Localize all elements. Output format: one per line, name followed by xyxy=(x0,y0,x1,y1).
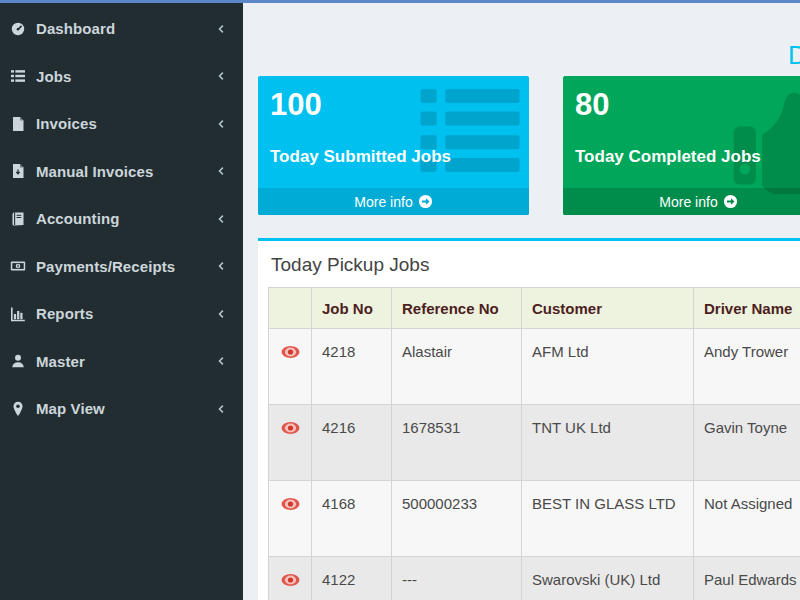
sidebar-item-map-view[interactable]: Map View xyxy=(0,385,243,433)
view-job-button[interactable] xyxy=(269,405,312,481)
chevron-left-icon xyxy=(215,70,227,82)
sidebar-item-label: Master xyxy=(36,353,215,370)
sidebar-item-label: Map View xyxy=(36,400,215,417)
cell-job-no: 4168 xyxy=(312,481,392,557)
table-header-row: Job No Reference No Customer Driver Name xyxy=(269,288,800,329)
chevron-left-icon xyxy=(215,260,227,272)
table-row: 4168 500000233 BEST IN GLASS LTD Not Ass… xyxy=(269,481,800,557)
app-window: Dashboard Jobs Invoices Manual Invoices xyxy=(0,0,800,600)
table-row: 4122 --- Swarovski (UK) Ltd Paul Edwards xyxy=(269,557,800,600)
sidebar-item-accounting[interactable]: Accounting xyxy=(0,195,243,243)
file-pdf-icon xyxy=(10,163,26,179)
sidebar-item-invoices[interactable]: Invoices xyxy=(0,100,243,148)
page-header-clipped-text: D xyxy=(788,40,800,71)
sidebar-item-label: Jobs xyxy=(36,68,215,85)
cell-reference-no: 500000233 xyxy=(392,481,522,557)
sidebar-item-master[interactable]: Master xyxy=(0,338,243,386)
book-icon xyxy=(10,211,26,227)
info-box-submitted-jobs: 100 Today Submitted Jobs More info xyxy=(258,76,529,215)
map-marker-icon xyxy=(10,401,26,417)
table-row: 4218 Alastair AFM Ltd Andy Trower xyxy=(269,329,800,405)
submitted-jobs-label: Today Submitted Jobs xyxy=(270,147,519,167)
bar-chart-icon xyxy=(10,306,26,322)
cell-job-no: 4218 xyxy=(312,329,392,405)
chevron-left-icon xyxy=(215,355,227,367)
column-header-customer: Customer xyxy=(522,288,694,329)
column-header-driver-name: Driver Name xyxy=(694,288,800,329)
cell-job-no: 4122 xyxy=(312,557,392,600)
cell-customer: BEST IN GLASS LTD xyxy=(522,481,694,557)
info-box-completed-jobs: 80 Today Completed Jobs More info xyxy=(563,76,800,215)
file-icon xyxy=(10,116,26,132)
sidebar-item-dashboard[interactable]: Dashboard xyxy=(0,5,243,53)
cell-driver-name: Not Assigned xyxy=(694,481,800,557)
view-job-button[interactable] xyxy=(269,481,312,557)
gauge-icon xyxy=(10,21,26,37)
chevron-left-icon xyxy=(215,23,227,35)
cell-reference-no: Alastair xyxy=(392,329,522,405)
sidebar-item-reports[interactable]: Reports xyxy=(0,290,243,338)
arrow-circle-right-icon xyxy=(723,194,738,209)
arrow-circle-right-icon xyxy=(418,194,433,209)
cell-driver-name: Andy Trower xyxy=(694,329,800,405)
sidebar-item-label: Manual Invoices xyxy=(36,163,215,180)
column-header-reference-no: Reference No xyxy=(392,288,522,329)
sidebar-item-manual-invoices[interactable]: Manual Invoices xyxy=(0,148,243,196)
cell-job-no: 4216 xyxy=(312,405,392,481)
sidebar-item-label: Payments/Receipts xyxy=(36,258,215,275)
pickup-jobs-table: Job No Reference No Customer Driver Name… xyxy=(268,287,800,600)
user-icon xyxy=(10,353,26,369)
view-job-button[interactable] xyxy=(269,329,312,405)
table-row: 4216 1678531 TNT UK Ltd Gavin Toyne xyxy=(269,405,800,481)
eye-icon xyxy=(280,421,301,435)
chevron-left-icon xyxy=(215,118,227,130)
cell-driver-name: Paul Edwards xyxy=(694,557,800,600)
chevron-left-icon xyxy=(215,308,227,320)
chevron-left-icon xyxy=(215,403,227,415)
sidebar-item-label: Reports xyxy=(36,305,215,322)
sidebar-item-payments-receipts[interactable]: Payments/Receipts xyxy=(0,243,243,291)
panel-title: Today Pickup Jobs xyxy=(258,241,800,287)
cell-reference-no: 1678531 xyxy=(392,405,522,481)
view-job-button[interactable] xyxy=(269,557,312,600)
submitted-jobs-count: 100 xyxy=(270,87,519,123)
cell-customer: Swarovski (UK) Ltd xyxy=(522,557,694,600)
cell-driver-name: Gavin Toyne xyxy=(694,405,800,481)
sidebar-item-label: Invoices xyxy=(36,115,215,132)
cell-reference-no: --- xyxy=(392,557,522,600)
cell-customer: AFM Ltd xyxy=(522,329,694,405)
chevron-left-icon xyxy=(215,213,227,225)
eye-icon xyxy=(280,497,301,511)
eye-icon xyxy=(280,345,301,359)
sidebar-item-label: Accounting xyxy=(36,210,215,227)
sidebar-item-jobs[interactable]: Jobs xyxy=(0,53,243,101)
chevron-left-icon xyxy=(215,165,227,177)
more-info-link[interactable]: More info xyxy=(258,188,529,215)
sidebar: Dashboard Jobs Invoices Manual Invoices xyxy=(0,3,243,600)
money-icon xyxy=(10,258,26,274)
eye-icon xyxy=(280,573,301,587)
column-header-view xyxy=(269,288,312,329)
list-icon xyxy=(10,68,26,84)
today-pickup-jobs-panel: Today Pickup Jobs Job No Reference No Cu… xyxy=(258,238,800,600)
column-header-job-no: Job No xyxy=(312,288,392,329)
cell-customer: TNT UK Ltd xyxy=(522,405,694,481)
completed-jobs-label: Today Completed Jobs xyxy=(575,147,800,167)
completed-jobs-count: 80 xyxy=(575,87,800,123)
sidebar-item-label: Dashboard xyxy=(36,20,215,37)
